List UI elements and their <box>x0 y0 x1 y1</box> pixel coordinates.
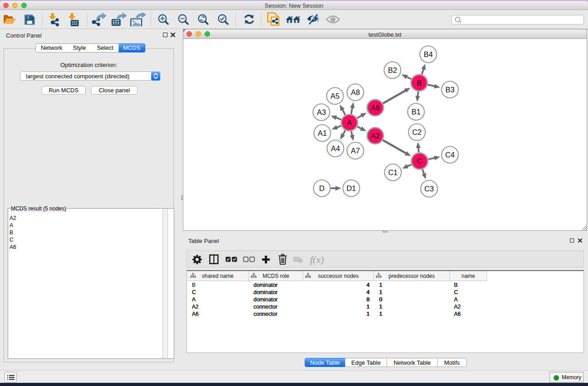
svg-text:C4: C4 <box>445 151 454 159</box>
svg-text:B2: B2 <box>388 66 397 74</box>
svg-text:A1: A1 <box>318 129 327 137</box>
svg-text:B4: B4 <box>424 50 433 58</box>
svg-text:D: D <box>319 184 325 192</box>
svg-text:A4: A4 <box>331 144 340 152</box>
svg-text:C2: C2 <box>412 128 421 136</box>
svg-text:A: A <box>347 119 352 127</box>
svg-text:A6: A6 <box>371 104 380 112</box>
svg-text:A5: A5 <box>330 92 339 100</box>
svg-text:C: C <box>417 157 422 165</box>
svg-text:D1: D1 <box>346 184 356 192</box>
svg-text:A8: A8 <box>351 88 360 96</box>
svg-text:B: B <box>416 79 421 87</box>
svg-text:A2: A2 <box>371 132 380 140</box>
svg-text:A3: A3 <box>317 108 326 116</box>
svg-text:C3: C3 <box>424 185 434 193</box>
svg-text:C1: C1 <box>388 168 397 176</box>
svg-text:B1: B1 <box>411 108 421 116</box>
svg-text:A7: A7 <box>351 147 360 155</box>
svg-text:B3: B3 <box>445 86 454 94</box>
